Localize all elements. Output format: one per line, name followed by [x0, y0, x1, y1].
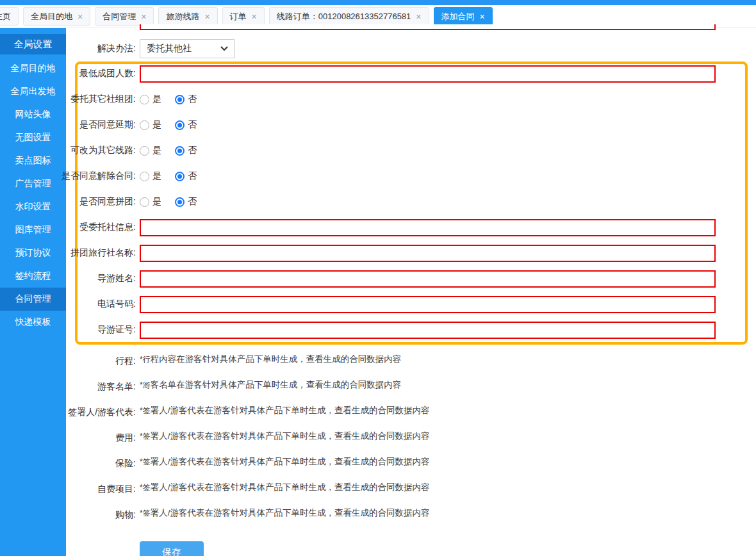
tab-label: 旅游线路 [166, 11, 199, 22]
field-guide-cert-number: 导游证号: [78, 321, 745, 339]
sidebar-item-signing-process[interactable]: 签约流程 [0, 265, 66, 288]
field-agree-postpone-option-no[interactable]: 否 [175, 119, 197, 131]
generated-note: *签署人/游客代表在游客针对具体产品下单时生成，查看生成的合同数据内容 [140, 482, 756, 493]
field-guide-name: 导游姓名: [78, 270, 745, 288]
radio-checked-icon[interactable] [175, 146, 185, 156]
tab-label: 全局目的地 [31, 11, 72, 22]
radio-label: 是 [152, 119, 161, 131]
sidebar-item-no-image-settings[interactable]: 无图设置 [0, 126, 66, 149]
field-label: 解决办法: [97, 43, 136, 54]
field-change-to-other-route-option-no[interactable]: 否 [175, 145, 197, 156]
field-label: 是否同意延期: [79, 119, 136, 131]
tab-add-contract[interactable]: 添加合同× [434, 7, 493, 26]
sidebar-item-site-avatar[interactable]: 网站头像 [0, 103, 66, 126]
clipped-input[interactable] [140, 24, 716, 30]
field-entrust-other-agency-option-yes[interactable]: 是 [140, 94, 161, 105]
sidebar: 全局设置 全局目的地全局出发地网站头像无图设置卖点图标广告管理水印设置图库管理预… [0, 28, 66, 556]
radio-unchecked-icon[interactable] [140, 95, 149, 104]
field-change-to-other-route: 可改为其它线路:是否 [78, 142, 745, 159]
radio-unchecked-icon[interactable] [140, 146, 149, 156]
field-agree-terminate-contract: 是否同意解除合同:是否 [78, 167, 745, 185]
field-agree-group-join-option-no[interactable]: 否 [175, 196, 197, 208]
row-insurance: 保险:*签署人/游客代表在游客针对具体产品下单时生成，查看生成的合同数据内容 [66, 449, 756, 475]
sidebar-item-global-destination[interactable]: 全局目的地 [0, 57, 66, 80]
row-control: 是否 [140, 119, 745, 131]
field-entrust-other-agency-option-no[interactable]: 否 [175, 94, 197, 105]
radio-unchecked-icon[interactable] [140, 172, 149, 181]
browser-header-strip [0, 0, 756, 5]
generated-note: *签署人/游客代表在游客针对具体产品下单时生成，查看生成的合同数据内容 [140, 507, 756, 519]
sidebar-item-gallery-management[interactable]: 图库管理 [0, 218, 66, 241]
field-group-agency-name-input[interactable] [140, 245, 716, 262]
radio-checked-icon[interactable] [175, 172, 185, 181]
field-entrusted-agency-info-input[interactable] [140, 219, 716, 236]
tab-orders[interactable]: 订单× [222, 7, 265, 26]
tab-route-order[interactable]: 线路订单：00120082613352776581× [269, 7, 429, 26]
radio-checked-icon[interactable] [175, 120, 185, 130]
radio-label: 是 [152, 94, 161, 105]
row-control [140, 65, 745, 83]
row-control [140, 322, 745, 339]
field-change-to-other-route-option-yes[interactable]: 是 [140, 145, 161, 156]
field-phone-number: 电话号码: [78, 295, 745, 313]
field-guide-cert-number-input[interactable] [140, 322, 716, 339]
solution-select[interactable]: 委托其他社 [140, 39, 235, 58]
radio-checked-icon[interactable] [175, 95, 185, 104]
field-label: 购物: [115, 509, 136, 521]
row-itinerary: 行程:*行程内容在游客针对具体产品下单时生成，查看生成的合同数据内容 [66, 347, 756, 372]
tab-label: 线路订单：00120082613352776581 [277, 11, 411, 22]
radio-unchecked-icon[interactable] [140, 120, 149, 130]
radio-unchecked-icon[interactable] [140, 197, 149, 207]
sidebar-item-ad-management[interactable]: 广告管理 [0, 172, 66, 195]
generated-note: *游客名单在游客针对具体产品下单时生成，查看生成的合同数据内容 [140, 379, 756, 391]
sidebar-item-selling-point-icons[interactable]: 卖点图标 [0, 149, 66, 172]
tab-contract-management[interactable]: 合同管理× [95, 7, 154, 26]
row-self-paid-items: 自费项目:*签署人/游客代表在游客针对具体产品下单时生成，查看生成的合同数据内容 [66, 475, 756, 500]
row-control [140, 245, 745, 262]
field-min-group-size-input[interactable] [140, 65, 716, 83]
tab-travel-routes[interactable]: 旅游线路× [158, 7, 217, 26]
row-control: 是否 [140, 196, 745, 208]
field-label: 自费项目: [97, 484, 136, 495]
main-content: 解决办法: 委托其他社 最低成团人数:委托其它社组团:是否是否同意延期:是否可改… [66, 28, 756, 556]
note-section: 行程:*行程内容在游客针对具体产品下单时生成，查看生成的合同数据内容游客名单:*… [66, 347, 756, 526]
field-label: 费用: [115, 432, 136, 444]
radio-checked-icon[interactable] [175, 197, 185, 207]
radio-label: 是 [152, 170, 161, 182]
field-label: 导游姓名: [97, 273, 136, 284]
chevron-down-icon [220, 46, 228, 51]
field-label: 拼团旅行社名称: [70, 247, 136, 259]
tab-global-destination[interactable]: 全局目的地× [23, 7, 90, 26]
field-phone-number-input[interactable] [140, 296, 716, 313]
field-agree-postpone-option-yes[interactable]: 是 [140, 119, 161, 131]
close-icon[interactable]: × [480, 12, 485, 21]
sidebar-item-global-departure[interactable]: 全局出发地 [0, 80, 66, 103]
sidebar-item-booking-agreement[interactable]: 预订协议 [0, 241, 66, 265]
tab-home[interactable]: 主页 [0, 7, 19, 26]
field-agree-terminate-contract-option-yes[interactable]: 是 [140, 170, 161, 182]
sidebar-menu: 全局目的地全局出发地网站头像无图设置卖点图标广告管理水印设置图库管理预订协议签约… [0, 57, 66, 334]
radio-label: 是 [152, 196, 161, 208]
row-control: 是否 [140, 94, 745, 105]
row-control: 是否 [140, 170, 745, 182]
save-button[interactable]: 保存 [140, 541, 204, 556]
field-label: 委托其它社组团: [70, 94, 136, 105]
field-agree-group-join-option-yes[interactable]: 是 [140, 196, 161, 208]
row-shopping: 购物:*签署人/游客代表在游客针对具体产品下单时生成，查看生成的合同数据内容 [66, 500, 756, 526]
sidebar-item-watermark-settings[interactable]: 水印设置 [0, 195, 66, 218]
sidebar-item-express-template[interactable]: 快递模板 [0, 311, 66, 334]
close-icon[interactable]: × [78, 12, 83, 21]
close-icon[interactable]: × [141, 12, 146, 21]
field-agree-terminate-contract-option-no[interactable]: 否 [175, 170, 197, 182]
field-guide-name-input[interactable] [140, 270, 716, 288]
close-icon[interactable]: × [204, 12, 210, 21]
row-tourist-list: 游客名单:*游客名单在游客针对具体产品下单时生成，查看生成的合同数据内容 [66, 372, 756, 398]
close-icon[interactable]: × [252, 12, 257, 21]
sidebar-item-contract-management[interactable]: 合同管理 [0, 288, 66, 311]
field-label: 受委托社信息: [79, 222, 136, 233]
generated-note: *行程内容在游客针对具体产品下单时生成，查看生成的合同数据内容 [140, 354, 756, 365]
radio-label: 否 [188, 145, 197, 156]
close-icon[interactable]: × [416, 12, 421, 21]
sidebar-header-global-settings[interactable]: 全局设置 [0, 34, 66, 54]
generated-note: *签署人/游客代表在游客针对具体产品下单时生成，查看生成的合同数据内容 [140, 456, 756, 468]
